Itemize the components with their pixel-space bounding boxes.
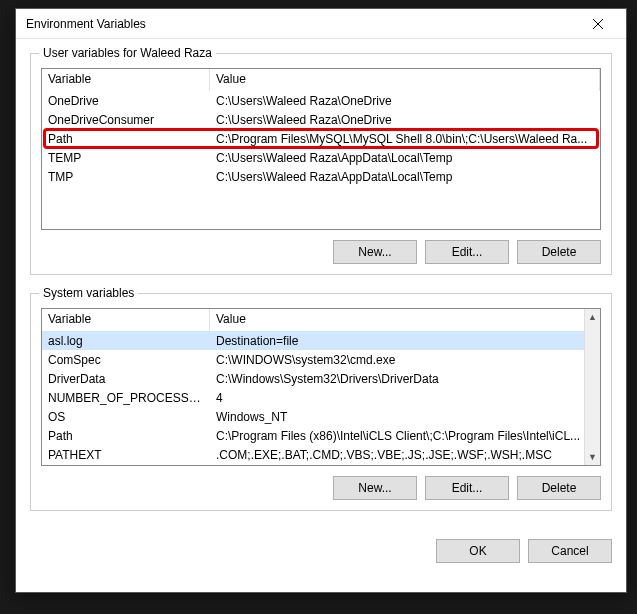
ok-button[interactable]: OK bbox=[436, 539, 520, 563]
cell-variable: TMP bbox=[42, 170, 210, 184]
header-variable[interactable]: Variable bbox=[42, 309, 210, 331]
close-button[interactable] bbox=[578, 10, 618, 38]
table-row[interactable]: TMPC:\Users\Waleed Raza\AppData\Local\Te… bbox=[42, 167, 600, 186]
system-variables-group: System variables Variable Value asl.logD… bbox=[30, 293, 612, 511]
dialog-footer: OK Cancel bbox=[16, 539, 626, 575]
cell-value: .COM;.EXE;.BAT;.CMD;.VBS;.VBE;.JS;.JSE;.… bbox=[210, 448, 600, 462]
user-rows: OneDriveC:\Users\Waleed Raza\OneDriveOne… bbox=[42, 91, 600, 186]
table-row[interactable]: OSWindows_NT bbox=[42, 407, 600, 426]
user-variables-group: User variables for Waleed Raza Variable … bbox=[30, 53, 612, 275]
cell-value: 4 bbox=[210, 391, 600, 405]
cell-variable: OS bbox=[42, 410, 210, 424]
user-edit-button[interactable]: Edit... bbox=[425, 240, 509, 264]
table-row[interactable]: ComSpecC:\WINDOWS\system32\cmd.exe bbox=[42, 350, 600, 369]
cell-variable: OneDriveConsumer bbox=[42, 113, 210, 127]
cell-value: Windows_NT bbox=[210, 410, 600, 424]
cell-variable: Path bbox=[42, 429, 210, 443]
cancel-button[interactable]: Cancel bbox=[528, 539, 612, 563]
scroll-up-icon[interactable]: ▲ bbox=[585, 309, 600, 325]
header-value[interactable]: Value bbox=[210, 69, 600, 91]
scroll-down-icon[interactable]: ▼ bbox=[585, 449, 600, 465]
table-row[interactable]: TEMPC:\Users\Waleed Raza\AppData\Local\T… bbox=[42, 148, 600, 167]
header-variable[interactable]: Variable bbox=[42, 69, 210, 91]
dialog-title: Environment Variables bbox=[26, 17, 146, 31]
table-row[interactable]: OneDriveC:\Users\Waleed Raza\OneDrive bbox=[42, 91, 600, 110]
system-new-button[interactable]: New... bbox=[333, 476, 417, 500]
system-edit-button[interactable]: Edit... bbox=[425, 476, 509, 500]
system-buttons-row: New... Edit... Delete bbox=[41, 476, 601, 500]
cell-value: C:\Program Files\MySQL\MySQL Shell 8.0\b… bbox=[210, 132, 600, 146]
system-rows: asl.logDestination=fileComSpecC:\WINDOWS… bbox=[42, 331, 600, 464]
user-delete-button[interactable]: Delete bbox=[517, 240, 601, 264]
cell-value: C:\Windows\System32\Drivers\DriverData bbox=[210, 372, 600, 386]
cell-variable: asl.log bbox=[42, 334, 210, 348]
cell-variable: OneDrive bbox=[42, 94, 210, 108]
user-variables-legend: User variables for Waleed Raza bbox=[39, 46, 216, 60]
list-header: Variable Value bbox=[42, 69, 600, 91]
table-row[interactable]: NUMBER_OF_PROCESSORS4 bbox=[42, 388, 600, 407]
user-new-button[interactable]: New... bbox=[333, 240, 417, 264]
table-row[interactable]: DriverDataC:\Windows\System32\Drivers\Dr… bbox=[42, 369, 600, 388]
table-row[interactable]: PathC:\Program Files\MySQL\MySQL Shell 8… bbox=[42, 129, 600, 148]
cell-value: C:\WINDOWS\system32\cmd.exe bbox=[210, 353, 600, 367]
cell-variable: PATHEXT bbox=[42, 448, 210, 462]
user-buttons-row: New... Edit... Delete bbox=[41, 240, 601, 264]
table-row[interactable]: OneDriveConsumerC:\Users\Waleed Raza\One… bbox=[42, 110, 600, 129]
system-variables-legend: System variables bbox=[39, 286, 138, 300]
table-row[interactable]: asl.logDestination=file bbox=[42, 331, 600, 350]
cell-variable: Path bbox=[42, 132, 210, 146]
titlebar[interactable]: Environment Variables bbox=[16, 9, 626, 39]
table-row[interactable]: PATHEXT.COM;.EXE;.BAT;.CMD;.VBS;.VBE;.JS… bbox=[42, 445, 600, 464]
system-variables-list[interactable]: Variable Value asl.logDestination=fileCo… bbox=[41, 308, 601, 466]
user-variables-list[interactable]: Variable Value OneDriveC:\Users\Waleed R… bbox=[41, 68, 601, 230]
cell-variable: DriverData bbox=[42, 372, 210, 386]
cell-variable: ComSpec bbox=[42, 353, 210, 367]
cell-value: C:\Users\Waleed Raza\AppData\Local\Temp bbox=[210, 170, 600, 184]
cell-value: C:\Users\Waleed Raza\OneDrive bbox=[210, 113, 600, 127]
cell-value: Destination=file bbox=[210, 334, 600, 348]
cell-value: C:\Users\Waleed Raza\OneDrive bbox=[210, 94, 600, 108]
environment-variables-dialog: Environment Variables User variables for… bbox=[15, 8, 627, 593]
cell-variable: NUMBER_OF_PROCESSORS bbox=[42, 391, 210, 405]
cell-value: C:\Program Files (x86)\Intel\iCLS Client… bbox=[210, 429, 600, 443]
cell-value: C:\Users\Waleed Raza\AppData\Local\Temp bbox=[210, 151, 600, 165]
table-row[interactable]: PathC:\Program Files (x86)\Intel\iCLS Cl… bbox=[42, 426, 600, 445]
dialog-body: User variables for Waleed Raza Variable … bbox=[16, 39, 626, 539]
cell-variable: TEMP bbox=[42, 151, 210, 165]
vertical-scrollbar[interactable]: ▲ ▼ bbox=[584, 309, 600, 465]
header-value[interactable]: Value bbox=[210, 309, 600, 331]
close-icon bbox=[593, 19, 603, 29]
list-header: Variable Value bbox=[42, 309, 600, 331]
system-delete-button[interactable]: Delete bbox=[517, 476, 601, 500]
